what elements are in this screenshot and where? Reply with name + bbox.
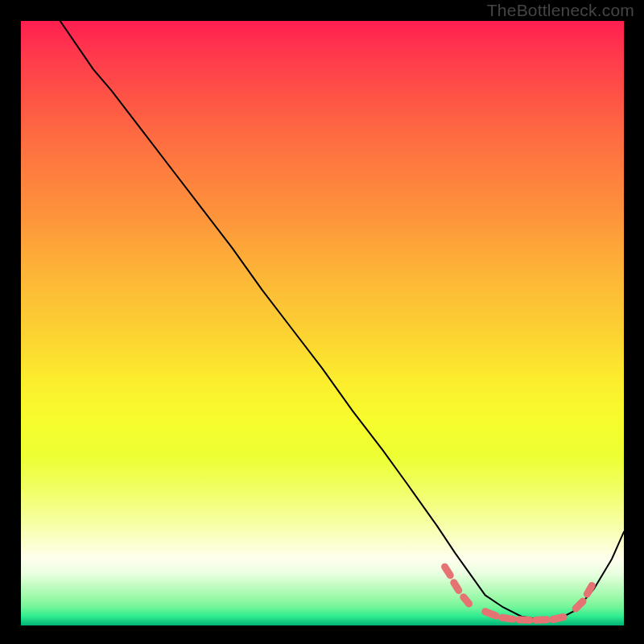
highlight-dash bbox=[485, 612, 496, 616]
highlight-dash bbox=[553, 617, 564, 619]
chart-svg bbox=[21, 21, 624, 625]
highlight-dash bbox=[445, 567, 451, 576]
highlight-dash bbox=[454, 583, 459, 591]
highlight-dash bbox=[502, 617, 513, 619]
highlight-dash bbox=[587, 585, 592, 594]
highlight-dash bbox=[576, 601, 583, 609]
chart-plot-area bbox=[21, 21, 624, 625]
watermark-label: TheBottleneck.com bbox=[487, 1, 634, 20]
bottleneck-curve-line bbox=[60, 21, 624, 619]
highlight-dash-markers bbox=[445, 567, 592, 620]
highlight-dash bbox=[464, 597, 469, 604]
